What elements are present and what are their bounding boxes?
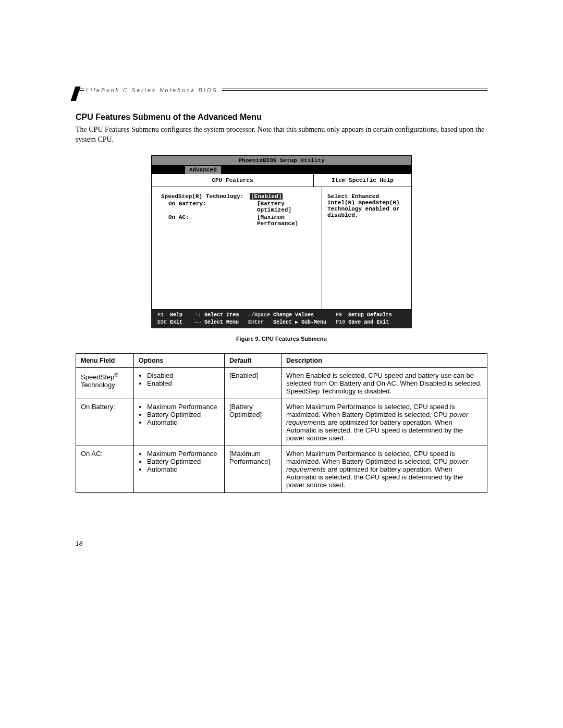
- option-item: Disabled: [147, 372, 219, 379]
- option-item: Enabled: [147, 379, 219, 387]
- option-item: Maximum Performance: [147, 450, 219, 458]
- bios-row-onbattery[interactable]: On Battery: [Battery Optimized]: [156, 201, 317, 213]
- bios-titlebar: PhoenixBIOS Setup Utility: [151, 155, 412, 166]
- cell-default: [Battery Optimized]: [225, 399, 282, 446]
- th-description: Description: [282, 353, 487, 367]
- option-item: Battery Optimized: [147, 458, 219, 465]
- key-updown: ↑↓: [182, 312, 204, 319]
- cell-default: [Maximum Performance]: [225, 446, 282, 492]
- header-marker-icon: [70, 87, 80, 101]
- bios-selected-value: [Enabled]: [250, 193, 283, 200]
- hint-save-exit: Save and Exit: [348, 319, 389, 326]
- bios-label: On AC:: [156, 214, 257, 227]
- section-body: The CPU Features Submenu configures the …: [76, 125, 487, 145]
- document-page: LifeBook C Series Notebook BIOS CPU Feat…: [0, 0, 563, 578]
- th-menu-field: Menu Field: [76, 353, 134, 367]
- hint-setup-defaults: Setup Defaults: [348, 312, 392, 319]
- cell-options: Maximum PerformanceBattery OptimizedAuto…: [134, 446, 225, 492]
- cell-default: [Enabled]: [225, 367, 282, 399]
- key-enter: Enter: [239, 319, 273, 326]
- hint-select-menu: Select Menu: [204, 319, 239, 326]
- cell-menu-field: On AC:: [76, 446, 134, 492]
- cell-options: Maximum PerformanceBattery OptimizedAuto…: [134, 399, 225, 446]
- bios-value: [Battery Optimized]: [257, 201, 317, 213]
- option-item: Maximum Performance: [147, 403, 219, 411]
- table-row: On AC:Maximum PerformanceBattery Optimiz…: [76, 446, 487, 492]
- bios-figure: PhoenixBIOS Setup Utility Advanced CPU F…: [151, 155, 412, 328]
- key-f1: F1: [154, 312, 170, 319]
- bios-column-headers: CPU Features Item Specific Help: [151, 174, 412, 187]
- cell-description: When Maximum Performance is selected, CP…: [282, 399, 487, 446]
- cell-description: When Enabled is selected, CPU speed and …: [282, 367, 487, 399]
- bios-settings-panel: SpeedStep(R) Technology: [Enabled] On Ba…: [152, 187, 322, 309]
- hint-exit: Exit: [170, 319, 182, 326]
- bios-left-header: CPU Features: [152, 174, 314, 187]
- bios-label: SpeedStep(R) Technology:: [156, 193, 250, 200]
- page-number: 18: [76, 540, 487, 547]
- option-item: Automatic: [147, 418, 219, 426]
- running-header: LifeBook C Series Notebook BIOS: [84, 87, 222, 93]
- table-row: On Battery:Maximum PerformanceBattery Op…: [76, 399, 487, 446]
- option-item: Automatic: [147, 465, 219, 473]
- page-header-rule: LifeBook C Series Notebook BIOS: [76, 89, 487, 98]
- th-options: Options: [134, 353, 225, 367]
- bios-footer: F1 Help ↑↓ Select Item -/Space Change Va…: [151, 310, 412, 328]
- key-space: -/Space: [239, 312, 273, 319]
- figure-caption: Figure 9. CPU Features Submenu: [76, 336, 487, 342]
- key-f9: F9: [314, 312, 348, 319]
- bios-help-panel: Select Enhanced Intel(R) SpeedStep(R) Te…: [322, 187, 411, 309]
- th-default: Default: [225, 353, 282, 367]
- hint-help: Help: [170, 312, 182, 319]
- cell-description: When Maximum Performance is selected, CP…: [282, 446, 487, 492]
- hint-select-item: Select Item: [204, 312, 239, 319]
- key-f10: F10: [326, 319, 348, 326]
- bios-value: [Maximum Performance]: [257, 214, 317, 227]
- bios-row-onac[interactable]: On AC: [Maximum Performance]: [156, 214, 317, 227]
- cell-options: DisabledEnabled: [134, 367, 225, 399]
- bios-value: [Enabled]: [250, 193, 317, 200]
- option-item: Battery Optimized: [147, 411, 219, 418]
- bios-tab-advanced[interactable]: Advanced: [185, 166, 221, 174]
- cell-menu-field: SpeedStep® Technology:: [76, 367, 134, 399]
- cell-menu-field: On Battery:: [76, 399, 134, 446]
- table-row: SpeedStep® Technology:DisabledEnabled[En…: [76, 367, 487, 399]
- bios-right-header: Item Specific Help: [314, 174, 411, 187]
- bios-content: SpeedStep(R) Technology: [Enabled] On Ba…: [151, 187, 412, 310]
- bios-label: On Battery:: [156, 201, 257, 213]
- table-header-row: Menu Field Options Default Description: [76, 353, 487, 367]
- bios-row-speedstep[interactable]: SpeedStep(R) Technology: [Enabled]: [156, 193, 317, 200]
- section-heading: CPU Features Submenu of the Advanced Men…: [76, 113, 487, 122]
- bios-tabbar: Advanced: [151, 166, 412, 174]
- description-table: Menu Field Options Default Description S…: [76, 353, 487, 493]
- key-leftright: ←→: [182, 319, 204, 326]
- key-esc: ESC: [154, 319, 170, 326]
- hint-change-values: Change Values: [273, 312, 314, 319]
- hint-submenu: Select ▶ Sub-Menu: [273, 319, 326, 326]
